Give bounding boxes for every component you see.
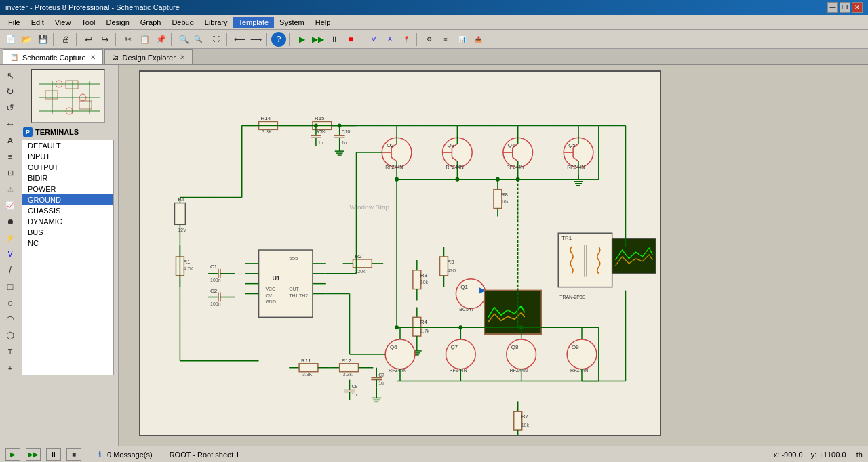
box-tool[interactable]: □ <box>3 279 18 294</box>
menu-help[interactable]: Help <box>310 17 336 28</box>
terminal-chassis[interactable]: CHASSIS <box>22 205 113 216</box>
new-button[interactable]: 📄 <box>3 32 18 47</box>
terminal-nc[interactable]: NC <box>22 238 113 249</box>
probe-current[interactable]: A <box>382 32 397 47</box>
arrow-button[interactable]: ⟵ <box>232 32 247 47</box>
circle-tool[interactable]: ○ <box>3 295 18 310</box>
voltage-probe-tool[interactable]: V <box>3 247 18 261</box>
menu-edit[interactable]: Edit <box>26 17 50 28</box>
copy-button[interactable]: 📋 <box>137 32 152 47</box>
print-button[interactable]: 🖨 <box>58 32 73 47</box>
bus-tool[interactable]: ≡ <box>3 149 18 164</box>
terminal-ground[interactable]: GROUND <box>22 194 113 205</box>
terminal-input[interactable]: INPUT <box>22 151 113 162</box>
sym-tool[interactable]: + <box>3 360 18 375</box>
text-tool[interactable]: A <box>3 133 18 148</box>
terminal-default[interactable]: DEFAULT <box>22 140 113 151</box>
rotate-ccw-tool[interactable]: ↺ <box>3 100 18 115</box>
svg-text:BC547: BC547 <box>459 307 473 312</box>
step-button[interactable]: ▶▶ <box>26 448 41 461</box>
svg-text:Q4: Q4 <box>508 142 515 148</box>
svg-text:R7: R7 <box>521 413 529 419</box>
rotate-cw-tool[interactable]: ↻ <box>3 84 18 99</box>
graph-tool[interactable]: 📈 <box>3 198 18 213</box>
zoomout-button[interactable]: 🔍− <box>193 32 208 47</box>
select-tool[interactable]: ↖ <box>3 68 18 83</box>
cut-button[interactable]: ✂ <box>121 32 136 47</box>
export-button[interactable]: 📤 <box>471 32 486 47</box>
tab-design-icon: 🗂 <box>112 54 119 61</box>
menu-view[interactable]: View <box>50 17 77 28</box>
close-button[interactable]: ✕ <box>852 2 863 13</box>
save-button[interactable]: 💾 <box>35 32 50 47</box>
minimize-button[interactable]: — <box>827 2 838 13</box>
terminal-output[interactable]: OUTPUT <box>22 162 113 173</box>
sim-stop[interactable]: ■ <box>343 32 358 47</box>
sim-run[interactable]: ▶ <box>294 32 309 47</box>
mirror-tool[interactable]: ↔ <box>3 117 18 131</box>
bom-button[interactable]: 📊 <box>454 32 469 47</box>
stop-button[interactable]: ■ <box>66 448 81 461</box>
svg-text:CV: CV <box>265 293 272 298</box>
svg-point-213 <box>455 177 459 182</box>
tab-schematic[interactable]: 📋 Schematic Capture ✕ <box>3 49 103 64</box>
gen-tool[interactable]: ⚡ <box>3 230 18 245</box>
menu-design[interactable]: Design <box>101 17 135 28</box>
schematic-svg: Window Strip R14 3.3K R15 3.3K <box>140 72 660 435</box>
coordinates: x: -900.0 y: +1100.0 th <box>774 450 863 459</box>
svg-point-218 <box>519 325 524 329</box>
annotate-button[interactable]: ⚙ <box>422 32 437 47</box>
tab-design-close[interactable]: ✕ <box>180 54 185 61</box>
line-tool[interactable]: / <box>3 263 18 278</box>
text2-tool[interactable]: T <box>3 344 18 359</box>
pause-button[interactable]: ⏸ <box>46 448 61 461</box>
canvas-area[interactable]: Window Strip R14 3.3K R15 3.3K <box>119 65 868 446</box>
open-button[interactable]: 📂 <box>19 32 34 47</box>
tab-design-explorer[interactable]: 🗂 Design Explorer ✕ <box>104 49 193 64</box>
menu-debug[interactable]: Debug <box>166 17 199 28</box>
terminal-bus[interactable]: BUS <box>22 227 113 238</box>
svg-rect-110 <box>259 250 313 317</box>
terminal-power[interactable]: POWER <box>22 184 113 194</box>
svg-text:TRAN-2P3S: TRAN-2P3S <box>559 295 586 299</box>
menu-file[interactable]: File <box>3 17 26 28</box>
terminal-dynamic[interactable]: DYNAMIC <box>22 216 113 227</box>
titlebar-title: inveter - Proteus 8 Professional - Schem… <box>5 3 180 12</box>
paste-button[interactable]: 📌 <box>153 32 168 47</box>
probe-voltage[interactable]: V <box>366 32 381 47</box>
y-coord: y: +1100.0 <box>811 450 846 459</box>
zoomfit-button[interactable]: ⛶ <box>209 32 224 47</box>
redo-button[interactable]: ↪ <box>98 32 113 47</box>
svg-text:3.3K: 3.3K <box>343 372 353 377</box>
sim-pause[interactable]: ⏸ <box>327 32 342 47</box>
play-button[interactable]: ▶ <box>5 448 20 461</box>
netlist-button[interactable]: ≡ <box>438 32 453 47</box>
arc-tool[interactable]: ◠ <box>3 312 18 327</box>
menu-library[interactable]: Library <box>199 17 233 28</box>
menu-graph[interactable]: Graph <box>135 17 167 28</box>
menu-system[interactable]: System <box>274 17 310 28</box>
restore-button[interactable]: ❐ <box>840 2 850 13</box>
sub-circuit-tool[interactable]: ⊡ <box>3 165 18 180</box>
poly-tool[interactable]: ⬡ <box>3 328 18 343</box>
svg-text:4.7K: 4.7K <box>183 266 193 271</box>
probe-pin[interactable]: 📍 <box>399 32 414 47</box>
titlebar: inveter - Proteus 8 Professional - Schem… <box>0 0 868 15</box>
tab-schematic-close[interactable]: ✕ <box>90 54 96 61</box>
schematic-paper[interactable]: Window Strip R14 3.3K R15 3.3K <box>139 70 661 436</box>
sim-step[interactable]: ▶▶ <box>311 32 326 47</box>
help-button[interactable]: ? <box>271 32 286 47</box>
toolbar: 📄 📂 💾 🖨 ↩ ↪ ✂ 📋 📌 🔍 🔍− ⛶ ⟵ ⟶ ? ▶ ▶▶ ⏸ ■ … <box>0 30 868 49</box>
menu-template[interactable]: Template <box>233 17 274 28</box>
tab-schematic-icon: 📋 <box>10 54 18 61</box>
zoomin-button[interactable]: 🔍 <box>176 32 191 47</box>
forward-button[interactable]: ⟶ <box>248 32 263 47</box>
menu-tool[interactable]: Tool <box>76 17 100 28</box>
status-sep-2 <box>161 449 161 460</box>
undo-button[interactable]: ↩ <box>81 32 96 47</box>
terminal-bidir[interactable]: BIDIR <box>22 173 113 184</box>
tape-tool[interactable]: ⏺ <box>3 214 18 229</box>
terminals-list: DEFAULT INPUT OUTPUT BIDIR POWER GROUND … <box>22 140 114 375</box>
svg-text:1u: 1u <box>342 140 347 145</box>
svg-text:R11: R11 <box>301 358 311 364</box>
